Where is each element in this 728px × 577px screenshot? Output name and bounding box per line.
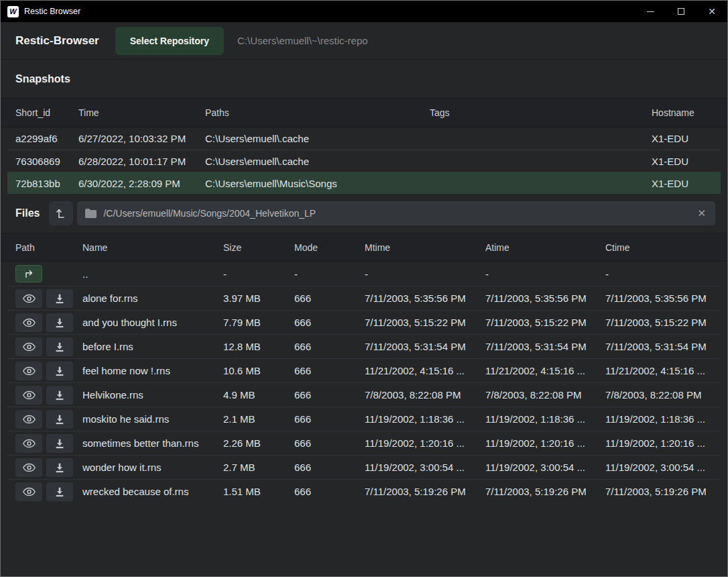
download-file-button[interactable] xyxy=(46,434,73,453)
view-file-button[interactable] xyxy=(15,289,42,308)
repository-path: C:\Users\emuell\~\restic-repo xyxy=(237,35,368,46)
column-time: Time xyxy=(78,107,205,118)
maximize-icon xyxy=(678,8,684,15)
file-atime: 11/19/2002, 1:20:16 ... xyxy=(485,437,605,449)
file-mtime: 7/8/2003, 8:22:08 PM xyxy=(365,389,485,401)
file-size: 3.97 MB xyxy=(223,293,294,304)
files-table: .. - - - - - xyxy=(1,262,727,503)
file-mode: 666 xyxy=(294,413,365,425)
snapshot-hostname: X1-EDU xyxy=(652,156,721,167)
eye-icon xyxy=(23,342,36,352)
download-file-button[interactable] xyxy=(46,458,73,477)
snapshot-short-id: 72b813bb xyxy=(15,178,78,189)
file-size: - xyxy=(223,268,294,280)
download-file-button[interactable] xyxy=(46,410,73,429)
download-file-button[interactable] xyxy=(46,386,73,405)
app-header: Restic-Browser Select Repository C:\User… xyxy=(1,22,727,60)
file-row[interactable]: Helvikone.rns 4.9 MB 666 7/8/2003, 8:22:… xyxy=(7,382,721,407)
snapshot-time: 6/30/2022, 2:28:09 PM xyxy=(78,178,205,189)
column-atime: Atime xyxy=(485,242,605,253)
file-ctime: 11/19/2002, 3:00:54 ... xyxy=(605,462,721,473)
file-size: 12.8 MB xyxy=(223,341,294,352)
view-file-button[interactable] xyxy=(15,458,42,477)
files-path-input[interactable]: /C/Users/emuell/Music/Songs/2004_Helveti… xyxy=(77,201,715,225)
file-atime: 11/21/2002, 4:15:16 ... xyxy=(485,365,605,376)
snapshot-short-id: a2299af6 xyxy=(15,133,78,144)
dump-snapshot-button[interactable] xyxy=(49,201,73,225)
download-file-button[interactable] xyxy=(46,313,73,332)
file-mtime: 7/11/2003, 5:19:26 PM xyxy=(365,486,485,497)
download-file-button[interactable] xyxy=(46,362,73,380)
file-ctime: - xyxy=(605,268,721,280)
snapshot-row[interactable]: a2299af6 6/27/2022, 10:03:32 PM C:\Users… xyxy=(7,127,721,150)
parent-directory-row[interactable]: .. - - - - - xyxy=(7,262,721,286)
file-mtime: 7/11/2003, 5:31:54 PM xyxy=(365,341,485,352)
maximize-button[interactable] xyxy=(666,1,696,22)
file-atime: 11/19/2002, 3:00:54 ... xyxy=(485,462,605,473)
file-mtime: 7/11/2003, 5:35:56 PM xyxy=(365,293,485,304)
view-file-button[interactable] xyxy=(15,386,42,405)
download-icon xyxy=(54,317,65,328)
file-size: 2.7 MB xyxy=(223,462,294,473)
file-row[interactable]: wrecked because of.rns 1.51 MB 666 7/11/… xyxy=(7,479,721,503)
file-atime: 7/11/2003, 5:15:22 PM xyxy=(485,317,605,328)
file-row[interactable]: wonder how it.rns 2.7 MB 666 11/19/2002,… xyxy=(7,455,721,479)
snapshot-hostname: X1-EDU xyxy=(652,133,721,144)
column-path: Path xyxy=(15,242,82,253)
view-file-button[interactable] xyxy=(15,362,42,380)
file-name: .. xyxy=(82,268,223,280)
download-icon xyxy=(54,366,65,376)
view-file-button[interactable] xyxy=(15,410,42,429)
titlebar: W Restic Browser ✕ xyxy=(1,1,727,22)
download-icon xyxy=(54,414,65,425)
file-size: 4.9 MB xyxy=(223,389,294,401)
app-name: Restic-Browser xyxy=(15,34,99,48)
download-file-button[interactable] xyxy=(46,289,73,308)
file-mode: 666 xyxy=(294,437,365,449)
eye-icon xyxy=(23,415,36,424)
select-repository-button[interactable]: Select Repository xyxy=(115,27,224,55)
snapshot-short-id: 76306869 xyxy=(15,156,78,167)
app-window: W Restic Browser ✕ Restic-Browser Select… xyxy=(0,0,728,577)
file-row[interactable]: moskito he said.rns 2.1 MB 666 11/19/200… xyxy=(7,407,721,431)
close-button[interactable]: ✕ xyxy=(696,1,727,22)
download-file-button[interactable] xyxy=(46,337,73,356)
file-mtime: 11/21/2002, 4:15:16 ... xyxy=(365,365,485,376)
files-heading: Files xyxy=(15,207,40,219)
file-size: 2.1 MB xyxy=(223,413,294,425)
eye-icon xyxy=(23,366,36,376)
snapshot-paths: C:\Users\emuell\.cache xyxy=(205,133,430,144)
snapshot-hostname: X1-EDU xyxy=(652,178,721,189)
column-paths: Paths xyxy=(205,107,430,118)
file-mode: 666 xyxy=(294,293,365,304)
download-file-button[interactable] xyxy=(46,482,73,501)
file-atime: 7/11/2003, 5:31:54 PM xyxy=(485,341,605,352)
file-row[interactable]: and you thought I.rns 7.79 MB 666 7/11/2… xyxy=(7,310,721,334)
snapshot-time: 6/27/2022, 10:03:32 PM xyxy=(78,133,205,144)
file-ctime: 7/11/2003, 5:19:26 PM xyxy=(605,486,721,497)
go-up-directory-button[interactable] xyxy=(15,265,42,282)
wails-logo-icon: W xyxy=(7,6,19,17)
file-ctime: 11/19/2002, 1:18:36 ... xyxy=(605,413,721,425)
view-file-button[interactable] xyxy=(15,434,42,453)
column-tags: Tags xyxy=(430,107,652,118)
file-mode: 666 xyxy=(294,365,365,376)
file-size: 7.79 MB xyxy=(223,317,294,328)
snapshot-row[interactable]: 76306869 6/28/2022, 10:01:17 PM C:\Users… xyxy=(7,150,721,172)
view-file-button[interactable] xyxy=(15,337,42,356)
file-row[interactable]: feel home now !.rns 10.6 MB 666 11/21/20… xyxy=(7,358,721,382)
file-ctime: 7/8/2003, 8:22:08 PM xyxy=(605,389,721,401)
column-mode: Mode xyxy=(294,242,365,253)
snapshot-row[interactable]: 72b813bb 6/30/2022, 2:28:09 PM C:\Users\… xyxy=(7,172,721,194)
file-row[interactable]: alone for.rns 3.97 MB 666 7/11/2003, 5:3… xyxy=(7,286,721,310)
file-name: alone for.rns xyxy=(82,293,223,304)
window-controls: ✕ xyxy=(635,1,727,22)
minimize-button[interactable] xyxy=(635,1,666,22)
file-mode: 666 xyxy=(294,389,365,401)
file-row[interactable]: sometimes better than.rns 2.26 MB 666 11… xyxy=(7,431,721,455)
clear-path-icon[interactable]: ✕ xyxy=(696,207,707,219)
file-name: and you thought I.rns xyxy=(82,317,223,328)
view-file-button[interactable] xyxy=(15,482,42,501)
file-row[interactable]: before I.rns 12.8 MB 666 7/11/2003, 5:31… xyxy=(7,334,721,358)
view-file-button[interactable] xyxy=(15,313,42,332)
